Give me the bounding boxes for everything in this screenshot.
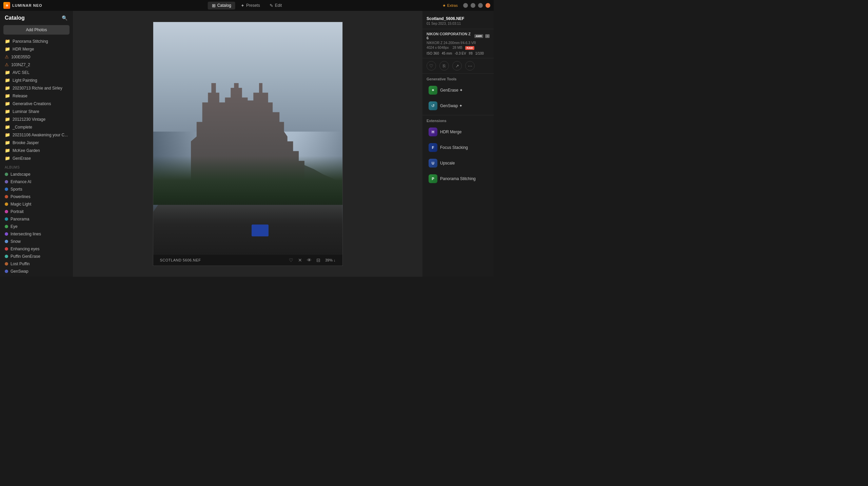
sidebar-header: Catalog 🔍 — [0, 11, 73, 24]
image-bottom-bar: SCOTLAND 5606.NEF ♡ ✕ 👁 ⊟ 39% ↓ — [153, 255, 342, 266]
sidebar-item-snow[interactable]: Snow — [0, 238, 73, 245]
sidebar-item-magic-light[interactable]: Magic Light — [0, 200, 73, 208]
eye-icon[interactable]: 👁 — [307, 257, 312, 263]
nav-edit[interactable]: ✎ Edit — [265, 2, 286, 9]
sidebar-item-generative-creations[interactable]: 📁 Generative Creations — [0, 100, 73, 108]
folder-icon: 📁 — [5, 148, 10, 153]
sidebar-label: 20231106 Awakening your C... — [13, 133, 68, 137]
sidebar-label: Intersecting lines — [11, 232, 41, 236]
generase-tool[interactable]: ✦ GenErase ✦ — [425, 83, 492, 97]
sign-box — [252, 225, 269, 236]
sidebar-item-awakening[interactable]: 📁 20231106 Awakening your C... — [0, 131, 73, 139]
extensions-title: Extensions — [422, 115, 494, 125]
folder-icon: 📁 — [5, 78, 10, 83]
nav-presets-label: Presets — [246, 3, 260, 8]
minimize-button[interactable]: ─ — [463, 3, 468, 8]
sidebar-item-mckee-garden[interactable]: 📁 McKee Garden — [0, 147, 73, 154]
more-action-button[interactable]: ⋯ — [465, 61, 475, 71]
sidebar-item-release[interactable]: 📁 Release — [0, 92, 73, 100]
sidebar-item-complete[interactable]: 📁 _Complete — [0, 123, 73, 131]
sidebar-item-lost-puffin[interactable]: Lost Puffin — [0, 260, 73, 268]
filename-label: SCOTLAND 5606.NEF — [160, 258, 201, 262]
folder-icon: 📁 — [5, 109, 10, 114]
image-area: SCOTLAND 5606.NEF ♡ ✕ 👁 ⊟ 39% ↓ — [73, 11, 422, 277]
right-panel: Scotland_5606.NEF 01 Sep 2023, 15:03:11 … — [422, 11, 494, 277]
sidebar-item-portrait[interactable]: Portrait — [0, 208, 73, 215]
sidebar-item-sports[interactable]: Sports — [0, 186, 73, 193]
sidebar-item-vintage[interactable]: 📁 20121230 Vintage — [0, 115, 73, 123]
sidebar-item-hdr-merge[interactable]: 📁 HDR Merge — [0, 45, 73, 53]
iso-value: ISO 360 — [427, 52, 439, 55]
sidebar-item-light-painting[interactable]: 📁 Light Painting — [0, 76, 73, 84]
add-photos-button[interactable]: Add Photos — [3, 25, 70, 35]
action-icons-row: ♡ ⎘ ↗ ⋯ — [422, 58, 494, 74]
file-date: 01 Sep 2023, 15:03:11 — [427, 22, 490, 25]
folder-icon: 📁 — [5, 124, 10, 130]
sidebar-item-100e055d[interactable]: ⚠ 100E055D — [0, 53, 73, 61]
hdr-merge-icon: H — [429, 128, 437, 136]
sidebar-item-landscape[interactable]: Landscape — [0, 171, 73, 178]
sidebar-item-103nz7[interactable]: ⚠ 103NZ7_2 — [0, 61, 73, 69]
folder-icon: 📁 — [5, 93, 10, 98]
album-dot — [5, 225, 8, 228]
sidebar-label: Puffin GenErase — [11, 254, 40, 259]
upscale-tool[interactable]: U Upscale — [425, 156, 492, 170]
album-dot — [5, 210, 8, 213]
sidebar-item-generase[interactable]: 📁 GenErase — [0, 154, 73, 162]
album-dot — [5, 180, 8, 183]
sidebar-label: Enhancing eyes — [11, 247, 39, 251]
heart-icon[interactable]: ♡ — [289, 257, 293, 263]
focus-stacking-tool[interactable]: F Focus Stacking — [425, 140, 492, 155]
folder-icon: 📁 — [5, 156, 10, 161]
shutter-value: 1/100 — [475, 52, 484, 55]
nav-presets[interactable]: ✦ Presets — [237, 2, 264, 9]
hdr-merge-tool[interactable]: H HDR Merge — [425, 125, 492, 139]
close-button[interactable]: ✕ — [486, 3, 490, 8]
panorama-stitching-tool[interactable]: P Panorama Stitching — [425, 172, 492, 186]
folder-icon: 📁 — [5, 132, 10, 137]
close-icon[interactable]: ✕ — [298, 257, 302, 263]
sidebar-item-puffin-generase[interactable]: Puffin GenErase — [0, 253, 73, 260]
sidebar-item-richie[interactable]: 📁 20230713 Richie and Sirley — [0, 84, 73, 92]
genswap-label: GenSwap ✦ — [440, 103, 462, 108]
hdr-merge-label: HDR Merge — [440, 130, 461, 134]
maximize-button[interactable]: □ — [471, 3, 475, 8]
genswap-tool[interactable]: ↺ GenSwap ✦ — [425, 99, 492, 113]
star-icon: ★ — [442, 3, 446, 8]
extras-button[interactable]: ★ Extras — [440, 2, 460, 9]
extras-label: Extras — [447, 3, 458, 7]
share-action-button[interactable]: ↗ — [452, 61, 462, 71]
search-button[interactable]: 🔍 — [61, 14, 68, 22]
album-dot — [5, 247, 8, 251]
sidebar-item-enhance-ai[interactable]: Enhance AI — [0, 178, 73, 186]
sidebar-item-luminar-share[interactable]: 📁 Luminar Share — [0, 108, 73, 115]
folder-icon: 📁 — [5, 101, 10, 106]
heart-action-button[interactable]: ♡ — [427, 61, 436, 71]
sidebar-label: 20230713 Richie and Sirley — [13, 86, 62, 91]
album-dot — [5, 232, 8, 236]
filesize-text: 28 MB — [453, 46, 462, 50]
sidebar-item-avc-sel[interactable]: 📁 AVC SEL — [0, 69, 73, 76]
restore-button[interactable]: ⧉ — [478, 3, 483, 8]
sidebar-item-enhancing-eyes[interactable]: Enhancing eyes — [0, 245, 73, 253]
sidebar-item-intersecting-lines[interactable]: Intersecting lines — [0, 230, 73, 238]
sidebar-label: GenSwap — [11, 269, 28, 274]
app-logo: ☀ LUMINAR NEO — [3, 2, 42, 9]
sidebar-item-brooke-jasper[interactable]: 📁 Brooke Jasper — [0, 139, 73, 147]
sidebar-item-panorama[interactable]: Panorama — [0, 215, 73, 223]
panorama-stitching-icon: P — [429, 174, 437, 183]
file-info: Scotland_5606.NEF 01 Sep 2023, 15:03:11 — [422, 14, 494, 29]
lens-info: NIKKOR Z 24-200mm f/4-6.3 VR — [427, 41, 490, 45]
albums-section-label: Albums — [0, 162, 73, 171]
panorama-stitching-label: Panorama Stitching — [440, 176, 476, 181]
sidebar-label: Portrait — [11, 209, 24, 214]
copy-action-button[interactable]: ⎘ — [439, 61, 449, 71]
focus-stacking-icon: F — [429, 143, 437, 152]
album-dot — [5, 217, 8, 221]
sidebar-item-genswap[interactable]: GenSwap — [0, 268, 73, 275]
sidebar-item-eye[interactable]: Eye — [0, 223, 73, 230]
sidebar-item-panorama-stitching-folder[interactable]: 📁 Panorama Stitching — [0, 37, 73, 45]
sidebar-item-powerlines[interactable]: Powerlines — [0, 193, 73, 200]
nav-catalog[interactable]: ⊞ Catalog — [208, 2, 235, 9]
stack-icon[interactable]: ⊟ — [316, 257, 320, 263]
